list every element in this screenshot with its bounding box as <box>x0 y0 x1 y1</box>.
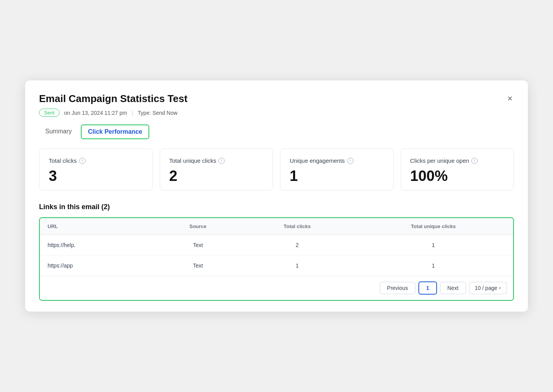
stats-grid: Total clicks i 3 Total unique clicks i 2… <box>39 148 514 191</box>
tab-bar: Summary Click Performance <box>39 124 514 139</box>
meta-divider: | <box>131 110 133 116</box>
stat-card-unique-clicks: Total unique clicks i 2 <box>160 148 273 191</box>
table-row: https://app Text 1 1 <box>40 256 513 276</box>
col-header-total-clicks: Total clicks <box>241 218 353 235</box>
info-icon-unique-clicks[interactable]: i <box>218 158 225 164</box>
previous-button[interactable]: Previous <box>380 282 415 294</box>
stat-value-clicks-per-open: 100% <box>410 169 505 183</box>
per-page-label: 10 / page <box>475 285 497 291</box>
row-1-url: https://app <box>40 256 155 276</box>
per-page-dropdown[interactable]: 10 / page ▾ <box>469 282 507 294</box>
stat-value-total-clicks: 3 <box>49 169 143 183</box>
stat-card-clicks-per-open: Clicks per unique open i 100% <box>401 148 514 191</box>
stat-value-unique-engagements: 1 <box>290 169 384 183</box>
stat-label-unique-clicks: Total unique clicks i <box>169 157 264 164</box>
info-icon-total-clicks[interactable]: i <box>79 158 85 164</box>
links-table: URL Source Total clicks Total unique cli… <box>40 218 513 276</box>
chevron-down-icon: ▾ <box>499 286 501 291</box>
col-header-source: Source <box>155 218 241 235</box>
tab-summary[interactable]: Summary <box>39 124 78 139</box>
table-header-row: URL Source Total clicks Total unique cli… <box>40 218 513 235</box>
stat-label-clicks-per-open: Clicks per unique open i <box>410 157 505 164</box>
modal-header: Email Campaign Statistics Test × <box>39 93 514 105</box>
row-0-url: https://help. <box>40 235 155 256</box>
links-table-container: URL Source Total clicks Total unique cli… <box>39 217 514 301</box>
col-header-unique-clicks: Total unique clicks <box>353 218 513 235</box>
close-button[interactable]: × <box>506 93 514 104</box>
stat-label-total-clicks: Total clicks i <box>49 157 143 164</box>
modal-title: Email Campaign Statistics Test <box>39 93 188 105</box>
pagination-row: Previous 1 Next 10 / page ▾ <box>40 276 513 300</box>
stat-value-unique-clicks: 2 <box>169 169 264 183</box>
tab-click-performance[interactable]: Click Performance <box>81 124 149 139</box>
col-header-url: URL <box>40 218 155 235</box>
next-button[interactable]: Next <box>440 282 466 294</box>
meta-row: Sent on Jun 13, 2024 11:27 pm | Type: Se… <box>39 109 514 117</box>
stat-card-unique-engagements: Unique engagements i 1 <box>280 148 394 191</box>
links-section-title: Links in this email (2) <box>39 203 514 211</box>
sent-on-text: on Jun 13, 2024 11:27 pm <box>64 110 127 116</box>
row-0-unique-clicks: 1 <box>353 235 513 256</box>
modal-container: Email Campaign Statistics Test × Sent on… <box>25 80 528 312</box>
row-1-total-clicks: 1 <box>241 256 353 276</box>
stat-label-unique-engagements: Unique engagements i <box>290 157 384 164</box>
info-icon-unique-engagements[interactable]: i <box>347 158 353 164</box>
row-0-total-clicks: 2 <box>241 235 353 256</box>
type-text: Type: Send Now <box>138 110 178 116</box>
row-1-source: Text <box>155 256 241 276</box>
info-icon-clicks-per-open[interactable]: i <box>471 158 478 164</box>
table-row: https://help. Text 2 1 <box>40 235 513 256</box>
row-1-unique-clicks: 1 <box>353 256 513 276</box>
page-1-button[interactable]: 1 <box>418 281 437 295</box>
row-0-source: Text <box>155 235 241 256</box>
stat-card-total-clicks: Total clicks i 3 <box>39 148 153 191</box>
status-badge: Sent <box>39 109 60 117</box>
